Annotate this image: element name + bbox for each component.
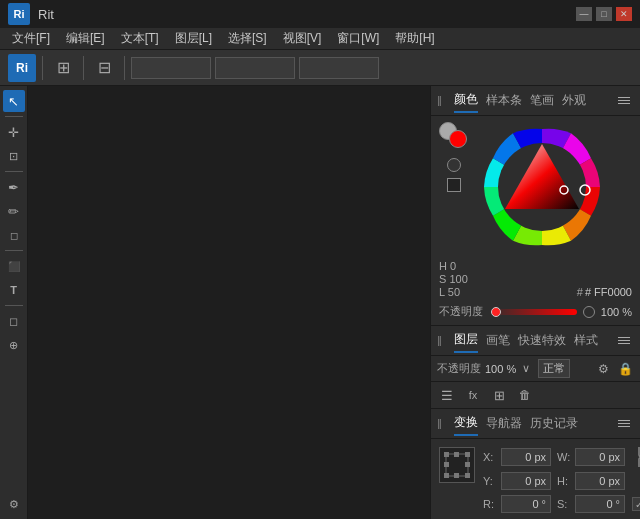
h-label: H:: [557, 475, 569, 487]
minimize-button[interactable]: —: [576, 7, 592, 21]
layer-delete-icon[interactable]: 🗑: [515, 385, 535, 405]
close-button[interactable]: ✕: [616, 7, 632, 21]
color-wheel-area: [431, 116, 640, 258]
transform-w-row: W:: [557, 445, 625, 469]
opacity-slider[interactable]: [489, 309, 577, 315]
y-input[interactable]: [501, 472, 551, 490]
tab-stroke[interactable]: 笔画: [530, 89, 554, 112]
toolbar: Ri ⊞ ⊟: [0, 50, 640, 86]
toolbar-dropdown-3[interactable]: [299, 57, 379, 79]
tab-swatches[interactable]: 样本条: [486, 89, 522, 112]
crop-tool[interactable]: ⊡: [3, 145, 25, 167]
transform-preview: [439, 447, 475, 483]
opacity-circle: [583, 306, 595, 318]
svg-rect-9: [465, 473, 470, 478]
s-input[interactable]: [575, 495, 625, 513]
hex-value: # FF0000: [585, 286, 632, 298]
tab-quick-effects[interactable]: 快速特效: [518, 329, 566, 352]
eraser-tool[interactable]: ◻: [3, 224, 25, 246]
menu-layers[interactable]: 图层[L]: [167, 28, 220, 49]
layers-action-row: ☰ fx ⊞ 🗑: [431, 382, 640, 408]
tool-separator-3: [5, 250, 23, 251]
layer-new-icon[interactable]: ⊞: [489, 385, 509, 405]
toolbar-dropdown-2[interactable]: [215, 57, 295, 79]
toolbar-layout-btn[interactable]: ⊟: [90, 54, 118, 82]
color-picker-btn[interactable]: [447, 158, 461, 172]
menu-view[interactable]: 视图[V]: [275, 28, 330, 49]
layers-panel-menu[interactable]: [618, 334, 634, 348]
shape-tool[interactable]: ◻: [3, 310, 25, 332]
main-area: ↖ ✛ ⊡ ✒ ✏ ◻ ⬛ T ◻ ⊕ ⚙ ‖ 颜色 样本条 笔画 外观: [0, 86, 640, 519]
maximize-button[interactable]: □: [596, 7, 612, 21]
transform-apply-btn[interactable]: ✓: [632, 497, 640, 511]
menu-select[interactable]: 选择[S]: [220, 28, 275, 49]
tab-appearance[interactable]: 外观: [562, 89, 586, 112]
svg-rect-5: [446, 454, 468, 476]
toolbar-grid-btn[interactable]: ⊞: [49, 54, 77, 82]
hsl-values: H 0 S 100 L 50: [439, 260, 468, 298]
color-panel-tabs: ‖ 颜色 样本条 笔画 外观: [431, 86, 640, 116]
canvas-area[interactable]: [28, 86, 430, 519]
select-tool[interactable]: ↖: [3, 90, 25, 112]
menu-file[interactable]: 文件[F]: [4, 28, 58, 49]
tab-layers[interactable]: 图层: [454, 328, 478, 353]
text-tool[interactable]: T: [3, 279, 25, 301]
reset-color-btn[interactable]: [447, 178, 461, 192]
tab-color[interactable]: 颜色: [454, 88, 478, 113]
layers-opacity-value: 100 %: [485, 363, 516, 375]
layers-controls: 不透明度 100 % ∨ 正常 ⚙ 🔒: [431, 356, 640, 382]
menu-text[interactable]: 文本[T]: [113, 28, 167, 49]
app-title: Rit: [38, 7, 54, 22]
menu-window[interactable]: 窗口[W]: [329, 28, 387, 49]
color-wheel[interactable]: [477, 122, 607, 252]
layers-lock-btn[interactable]: 🔒: [616, 360, 634, 378]
settings-tool[interactable]: ⚙: [3, 493, 25, 515]
opacity-value: 100 %: [601, 306, 632, 318]
w-input[interactable]: [575, 448, 625, 466]
tab-styles[interactable]: 样式: [574, 329, 598, 352]
color-panel-menu[interactable]: [618, 94, 634, 108]
color-panel-collapse[interactable]: ‖: [437, 95, 442, 106]
toolbar-separator-3: [124, 56, 125, 80]
tab-transform[interactable]: 变换: [454, 411, 478, 436]
pen-tool[interactable]: ✒: [3, 176, 25, 198]
transform-panel-tabs: ‖ 变换 导航器 历史记录: [431, 409, 640, 439]
layers-settings-btn[interactable]: ⚙: [594, 360, 612, 378]
r-input[interactable]: [501, 495, 551, 513]
layer-fx-icon[interactable]: fx: [463, 385, 483, 405]
svg-rect-13: [465, 462, 470, 467]
transform-panel-menu[interactable]: [618, 417, 634, 431]
toolbar-dropdown-1[interactable]: [131, 57, 211, 79]
layers-panel-tabs: ‖ 图层 画笔 快速特效 样式: [431, 326, 640, 356]
fill-tool[interactable]: ⬛: [3, 255, 25, 277]
move-tool[interactable]: ✛: [3, 121, 25, 143]
tab-brush[interactable]: 画笔: [486, 329, 510, 352]
x-input[interactable]: [501, 448, 551, 466]
zoom-tool[interactable]: ⊕: [3, 334, 25, 356]
h-input[interactable]: [575, 472, 625, 490]
transform-link-wh[interactable]: [631, 445, 640, 469]
tab-history[interactable]: 历史记录: [530, 412, 578, 435]
brush-tool[interactable]: ✏: [3, 200, 25, 222]
svg-rect-11: [454, 473, 459, 478]
menu-help[interactable]: 帮助[H]: [387, 28, 442, 49]
background-color-swatch[interactable]: [449, 130, 467, 148]
transform-panel-collapse[interactable]: ‖: [437, 418, 442, 429]
layer-list-icon[interactable]: ☰: [437, 385, 457, 405]
opacity-thumb[interactable]: [491, 307, 501, 317]
tab-navigator[interactable]: 导航器: [486, 412, 522, 435]
layers-panel-collapse[interactable]: ‖: [437, 335, 442, 346]
menu-edit[interactable]: 编辑[E]: [58, 28, 113, 49]
title-bar: Ri Rit — □ ✕: [0, 0, 640, 28]
l-value: L 50: [439, 286, 468, 298]
app-logo: Ri: [8, 3, 30, 25]
layers-blend-mode[interactable]: 正常: [538, 359, 570, 378]
color-values: H 0 S 100 L 50 # # FF0000: [431, 258, 640, 302]
svg-rect-8: [444, 473, 449, 478]
hex-label: #: [577, 286, 583, 298]
transform-content: X: W:: [431, 439, 640, 519]
y-label: Y:: [483, 475, 495, 487]
window-controls: — □ ✕: [576, 7, 632, 21]
x-label: X:: [483, 451, 495, 463]
h-value: H 0: [439, 260, 468, 272]
